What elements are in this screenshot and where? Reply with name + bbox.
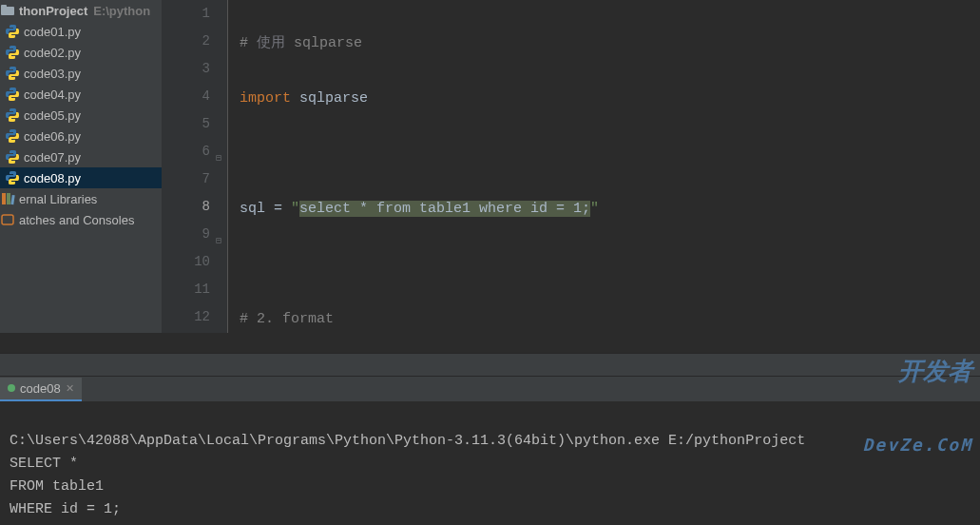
sidebar-file-item[interactable]: code01.py: [0, 21, 162, 42]
line-number[interactable]: 7: [162, 165, 210, 193]
external-libraries[interactable]: ernal Libraries: [0, 188, 162, 209]
python-file-icon: [5, 149, 20, 165]
python-file-icon: [5, 45, 20, 60]
panel-resize-handle[interactable]: [0, 353, 980, 377]
project-tree[interactable]: thonProject E:\python code01.pycode02.py…: [0, 0, 162, 333]
line-number[interactable]: 1: [162, 0, 210, 28]
sidebar-file-item[interactable]: code03.py: [0, 63, 162, 84]
file-name: code02.py: [24, 46, 81, 60]
sidebar-file-item[interactable]: code08.py: [0, 167, 162, 188]
sidebar-file-item[interactable]: code05.py: [0, 105, 162, 126]
svg-rect-2: [2, 193, 6, 204]
file-name: code04.py: [24, 88, 81, 102]
code-editor[interactable]: # 使用 sqlparse import sqlparse sql = "sel…: [228, 0, 980, 333]
python-file-icon: [5, 170, 20, 185]
run-tab[interactable]: code08 ✕: [0, 378, 82, 401]
sidebar-file-item[interactable]: code07.py: [0, 146, 162, 167]
line-number-gutter[interactable]: 123456789101112 ⊟ ⊟: [162, 0, 228, 333]
scratches-consoles[interactable]: atches and Consoles: [0, 209, 162, 230]
file-name: code08.py: [24, 171, 81, 185]
python-file-icon: [5, 24, 20, 39]
line-number[interactable]: 9: [162, 221, 210, 248]
svg-rect-4: [10, 195, 14, 204]
line-number[interactable]: 6: [162, 138, 210, 165]
code-line: # 2. format: [240, 305, 980, 333]
scratches-icon: [0, 212, 15, 227]
console-line: FROM table1: [10, 478, 104, 495]
line-number[interactable]: 2: [162, 28, 210, 55]
console-line: WHERE id = 1;: [10, 501, 121, 517]
project-root[interactable]: thonProject E:\python: [0, 0, 162, 21]
file-name: code06.py: [24, 129, 81, 144]
line-number[interactable]: 5: [162, 110, 210, 138]
run-tool-window: code08 ✕ C:\Users\42088\AppData\Local\Pr…: [0, 353, 980, 525]
svg-rect-3: [7, 193, 10, 204]
library-icon: [0, 191, 15, 206]
line-number[interactable]: 8: [162, 193, 210, 221]
code-line: import sqlparse: [240, 85, 980, 112]
console-line: SELECT *: [10, 456, 78, 472]
file-name: code05.py: [24, 108, 81, 123]
line-number[interactable]: 12: [162, 303, 210, 331]
line-number[interactable]: 3: [162, 55, 210, 83]
run-tab-label: code08: [20, 381, 61, 396]
python-file-icon: [5, 66, 20, 81]
console-line: C:\Users\42088\AppData\Local\Programs\Py…: [10, 433, 805, 449]
line-number[interactable]: 11: [162, 276, 210, 303]
run-tab-bar: code08 ✕: [0, 377, 980, 401]
file-name: code01.py: [24, 25, 81, 39]
file-name: code07.py: [24, 150, 81, 165]
file-name: code03.py: [24, 67, 81, 81]
sidebar-file-item[interactable]: code06.py: [0, 126, 162, 146]
svg-rect-5: [2, 215, 13, 224]
code-line: [240, 140, 980, 167]
svg-rect-1: [1, 5, 7, 9]
code-line: sql = "select * from table1 where id = 1…: [240, 195, 980, 223]
project-path: E:\python: [93, 4, 150, 18]
sidebar-file-item[interactable]: code02.py: [0, 42, 162, 63]
line-number[interactable]: 10: [162, 248, 210, 276]
code-line: # 使用 sqlparse: [240, 28, 980, 57]
sidebar-file-item[interactable]: code04.py: [0, 84, 162, 105]
run-status-icon: [8, 384, 15, 392]
line-number[interactable]: 4: [162, 83, 210, 110]
folder-icon: [0, 3, 15, 18]
code-line: [240, 250, 980, 278]
project-name: thonProject: [19, 4, 87, 18]
python-file-icon: [5, 107, 20, 123]
console-output[interactable]: C:\Users\42088\AppData\Local\Programs\Py…: [0, 401, 980, 525]
python-file-icon: [5, 128, 20, 144]
close-icon[interactable]: ✕: [66, 382, 74, 395]
python-file-icon: [5, 87, 20, 102]
